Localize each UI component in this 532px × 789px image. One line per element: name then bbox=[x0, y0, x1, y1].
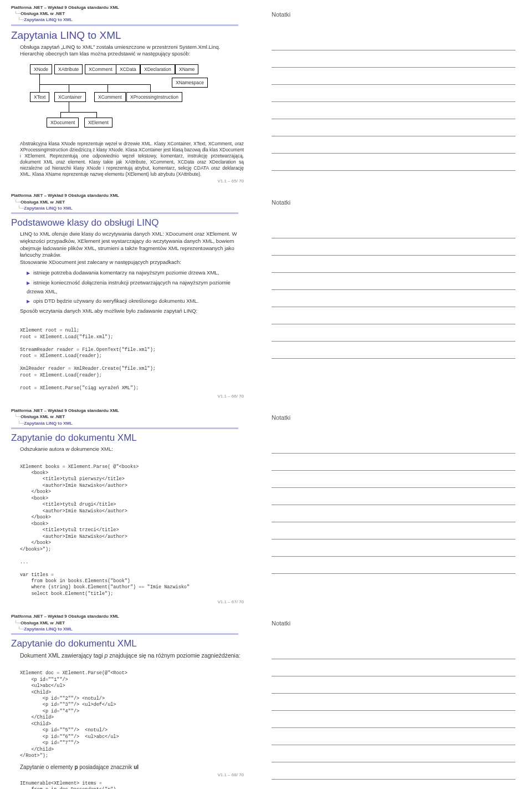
breadcrumb: Platforma .NET – Wykład 9 Obsługa standa… bbox=[11, 613, 244, 632]
note-line bbox=[272, 745, 515, 762]
slide-2: Platforma .NET – Wykład 9 Obsługa standa… bbox=[0, 188, 532, 403]
diagram-box-xname: XName bbox=[175, 64, 198, 74]
slide-1-content: Platforma .NET – Wykład 9 Obsługa standa… bbox=[0, 0, 255, 188]
note-line bbox=[272, 642, 515, 659]
note-line bbox=[272, 694, 515, 711]
diagram-box-xelement: XElement bbox=[84, 118, 112, 128]
notes-4: Notatki bbox=[255, 609, 532, 789]
slide-footer: V1.1 – 67/ 70 bbox=[11, 599, 244, 604]
slide-4-content: Platforma .NET – Wykład 9 Obsługa standa… bbox=[0, 609, 255, 789]
slide-footer: V1.1 – 65/ 70 bbox=[11, 179, 244, 184]
diagram-box-xcdata: XCData bbox=[116, 64, 140, 74]
note-line bbox=[272, 102, 515, 119]
notes-3: Notatki bbox=[255, 403, 532, 609]
diagram-connector bbox=[69, 84, 69, 92]
diagram-box-xprocessing: XProcessingInstruction bbox=[126, 92, 182, 102]
notes-title: Notatki bbox=[272, 414, 515, 421]
diagram-box-xattribute: XAttribute bbox=[54, 64, 83, 74]
note-line bbox=[272, 119, 515, 136]
diagram-box-xdeclaration: XDeclaration bbox=[140, 64, 175, 74]
diagram-connector bbox=[60, 112, 96, 113]
breadcrumb: Platforma .NET – Wykład 9 Obsługa standa… bbox=[11, 4, 244, 23]
note-line bbox=[272, 290, 515, 307]
breadcrumb-level-3: Zapytania LINQ to XML bbox=[11, 205, 73, 211]
note-line bbox=[272, 557, 515, 574]
breadcrumb-level-1: Platforma .NET – Wykład 9 Obsługa standa… bbox=[11, 193, 119, 198]
notes-title: Notatki bbox=[272, 199, 515, 206]
note-line bbox=[272, 324, 515, 342]
note-line bbox=[272, 659, 515, 676]
diagram-connector bbox=[60, 112, 61, 118]
diagram-box-xdocument: XDocument bbox=[47, 118, 79, 128]
breadcrumb-level-3: Zapytania LINQ to XML bbox=[11, 626, 73, 632]
diagram-connector bbox=[39, 74, 40, 92]
bullet-item: opis DTD będzie używany do weryfikacji o… bbox=[27, 297, 244, 306]
note-line bbox=[272, 136, 515, 154]
slide-4: Platforma .NET – Wykład 9 Obsługa standa… bbox=[0, 609, 532, 789]
note-line bbox=[272, 273, 515, 290]
diagram-box-xcontainer: XContainer bbox=[54, 92, 86, 102]
notes-title: Notatki bbox=[272, 620, 515, 627]
note-line bbox=[272, 342, 515, 359]
breadcrumb-level-3: Zapytania LINQ to XML bbox=[11, 420, 73, 426]
note-line bbox=[272, 676, 515, 694]
breadcrumb-level-2: Obsługa XML w .NET bbox=[11, 11, 65, 17]
divider-bar bbox=[11, 427, 238, 429]
note-line bbox=[272, 85, 515, 102]
note-line bbox=[272, 471, 515, 488]
note-line bbox=[272, 505, 515, 522]
breadcrumb-level-1: Platforma .NET – Wykład 9 Obsługa standa… bbox=[11, 5, 119, 10]
slide-description: Abstrakcyjna klasa XNode reprezentuje wę… bbox=[20, 141, 244, 177]
diagram-connector bbox=[96, 112, 97, 118]
divider-bar bbox=[11, 633, 238, 635]
divider-bar bbox=[11, 212, 238, 214]
slide-intro: LINQ to XML oferuje dwie klasy do wczyty… bbox=[20, 231, 244, 266]
diagram-connector bbox=[69, 102, 69, 112]
divider-bar bbox=[11, 24, 238, 26]
slide-title: Zapytania LINQ to XML bbox=[11, 29, 244, 42]
breadcrumb: Platforma .NET – Wykład 9 Obsługa standa… bbox=[11, 408, 244, 426]
slide-footer: V1.1 – 66/ 70 bbox=[11, 394, 244, 399]
breadcrumb: Platforma .NET – Wykład 9 Obsługa standa… bbox=[11, 192, 244, 211]
slide-intro: Dokument XML zawierający tagi p znajdują… bbox=[20, 651, 244, 659]
note-line bbox=[272, 436, 515, 454]
query-text: Zapytanie o elementy p posiadające znacz… bbox=[20, 764, 244, 770]
bullet-list: istnieje potrzeba dodawania komentarzy n… bbox=[27, 268, 244, 306]
note-line bbox=[272, 711, 515, 728]
code-block: XElement books = XElement.Parse( @"<book… bbox=[20, 464, 244, 598]
slide-footer: V1.1 – 68/ 70 bbox=[11, 772, 244, 777]
note-line bbox=[272, 33, 515, 50]
note-line bbox=[272, 50, 515, 68]
note-line bbox=[272, 154, 515, 171]
diagram-box-xnamespace: XNamespace bbox=[172, 78, 208, 88]
breadcrumb-level-2: Obsługa XML w .NET bbox=[11, 414, 65, 420]
breadcrumb-level-2: Obsługa XML w .NET bbox=[11, 620, 65, 626]
class-hierarchy-diagram: XNode XAttribute XComment XCData XDeclar… bbox=[30, 64, 207, 136]
slide-1: Platforma .NET – Wykład 9 Obsługa standa… bbox=[0, 0, 532, 188]
breadcrumb-level-2: Obsługa XML w .NET bbox=[11, 199, 65, 205]
code-block-2: IEnumerable<XElement> items = from e in … bbox=[20, 781, 244, 789]
slide-intro: Odszukanie autora w dokumencie XML: bbox=[20, 446, 244, 453]
note-line bbox=[272, 728, 515, 745]
note-line bbox=[272, 256, 515, 273]
notes-title: Notatki bbox=[272, 11, 515, 18]
slide-intro: Obsługa zapytań „LINQ to XML” została um… bbox=[20, 44, 244, 58]
note-line bbox=[272, 762, 515, 780]
slide-3-content: Platforma .NET – Wykład 9 Obsługa standa… bbox=[0, 403, 255, 609]
diagram-connector bbox=[150, 84, 151, 92]
bullet-item: istnieje potrzeba dodawania komentarzy n… bbox=[27, 268, 244, 277]
slide-title: Podstawowe klasy do obsługi LINQ bbox=[11, 217, 244, 228]
note-line bbox=[272, 221, 515, 238]
notes-1: Notatki bbox=[255, 0, 532, 188]
note-line bbox=[272, 68, 515, 85]
note-line bbox=[272, 307, 515, 324]
code-block: XElement root = null; root = XElement.Lo… bbox=[20, 328, 244, 391]
breadcrumb-level-1: Platforma .NET – Wykład 9 Obsługa standa… bbox=[11, 614, 119, 619]
slide-title: Zapytanie do dokumentu XML bbox=[11, 638, 244, 649]
diagram-connector bbox=[39, 84, 150, 85]
slide-post: Sposób wczytania danych XML aby możliwie… bbox=[20, 308, 244, 315]
note-line bbox=[272, 522, 515, 539]
breadcrumb-level-3: Zapytania LINQ to XML bbox=[11, 17, 73, 23]
note-line bbox=[272, 539, 515, 557]
diagram-box-xcomment2: XComment bbox=[94, 92, 126, 102]
